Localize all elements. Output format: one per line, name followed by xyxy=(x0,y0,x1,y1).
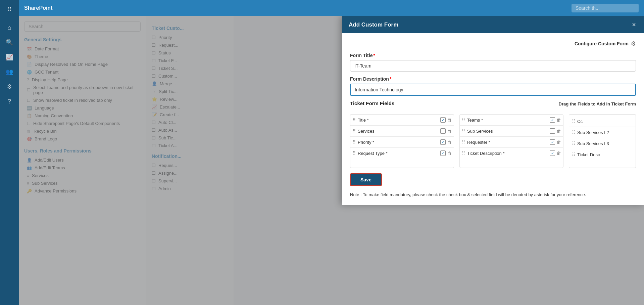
form-description-label: Form Description* xyxy=(350,76,636,82)
field-actions-requester: ✓ 🗑 xyxy=(550,139,561,145)
field-actions-services: 🗑 xyxy=(440,128,452,134)
field-checkbox-ticket-description[interactable]: ✓ xyxy=(550,150,555,156)
field-name-requester: Requester * xyxy=(467,140,548,145)
nav-icon-help[interactable]: ? xyxy=(3,95,16,108)
nav-icon-search[interactable]: 🔍 xyxy=(3,36,16,49)
field-row-request-type: ⠿ Request Type * ✓ 🗑 xyxy=(350,148,454,159)
left-fields-column: ⠿ Title * ✓ 🗑 ⠿ Services xyxy=(350,114,454,168)
required-star2: * xyxy=(390,76,391,82)
top-search-input[interactable] xyxy=(572,4,639,12)
drag-handle-icon[interactable]: ⠿ xyxy=(572,141,575,146)
drag-section-title: Drag the Fields to Add in Ticket Form xyxy=(559,101,636,106)
drag-handle-icon[interactable]: ⠿ xyxy=(572,152,575,157)
modal-dialog: Add Custom Form × Configure Custom Form … xyxy=(342,16,644,205)
field-row-ticket-description: ⠿ Ticket Description * ✓ 🗑 xyxy=(460,148,563,159)
field-row-sub-services: ⠿ Sub Services 🗑 xyxy=(460,126,563,137)
drag-item-label: Sub Services L3 xyxy=(577,141,609,146)
field-checkbox-title[interactable]: ✓ xyxy=(440,117,446,123)
drag-handle-icon[interactable]: ⠿ xyxy=(352,128,356,134)
drag-handle-icon[interactable]: ⠿ xyxy=(352,139,356,145)
field-checkbox-priority[interactable]: ✓ xyxy=(440,139,446,145)
field-checkbox-services[interactable] xyxy=(440,128,446,134)
delete-icon-request-type[interactable]: 🗑 xyxy=(447,150,452,156)
drag-item-label: Cc xyxy=(577,119,583,124)
fields-section-title: Ticket Form Fields xyxy=(350,100,394,106)
field-name-ticket-description: Ticket Description * xyxy=(467,151,548,156)
form-title-input[interactable] xyxy=(350,60,636,72)
modal-body: Configure Custom Form ⚙ Form Title* Form… xyxy=(342,33,644,205)
drag-handle-icon[interactable]: ⠿ xyxy=(462,139,465,145)
drag-zone[interactable]: ⠿ Cc ⠿ Sub Services L2 ⠿ Sub Services L3 xyxy=(569,114,636,168)
drag-handle-icon[interactable]: ⠿ xyxy=(462,150,465,156)
drag-handle-icon[interactable]: ⠿ xyxy=(572,119,575,124)
field-row-services: ⠿ Services 🗑 xyxy=(350,126,454,137)
drag-handle-icon[interactable]: ⠿ xyxy=(572,130,575,135)
field-name-priority: Priority * xyxy=(358,140,438,145)
field-name-request-type: Request Type * xyxy=(358,151,438,156)
drag-item-ticket-desc: ⠿ Ticket Desc xyxy=(569,149,636,160)
configure-row: Configure Custom Form ⚙ xyxy=(350,40,636,47)
field-checkbox-requester[interactable]: ✓ xyxy=(550,139,555,145)
field-name-sub-services: Sub Services xyxy=(467,129,548,134)
field-checkbox-sub-services[interactable] xyxy=(550,128,555,134)
main-area: SharePoint General Settings 📅 Date Forma… xyxy=(19,0,644,305)
save-button[interactable]: Save xyxy=(350,173,382,186)
modal-title: Add Custom Form xyxy=(349,21,398,28)
configure-label: Configure Custom Form xyxy=(575,41,629,46)
field-checkbox-teams[interactable]: ✓ xyxy=(550,117,555,123)
required-star: * xyxy=(373,53,375,58)
modal-header: Add Custom Form × xyxy=(342,16,644,33)
drag-handle-icon[interactable]: ⠿ xyxy=(462,117,465,123)
app-title: SharePoint xyxy=(24,5,52,11)
right-fields-column: ⠿ Teams * ✓ 🗑 ⠿ Sub Services xyxy=(459,114,563,168)
delete-icon-requester[interactable]: 🗑 xyxy=(556,139,561,145)
field-row-priority: ⠿ Priority * ✓ 🗑 xyxy=(350,137,454,148)
field-row-title: ⠿ Title * ✓ 🗑 xyxy=(350,115,454,126)
modal-close-button[interactable]: × xyxy=(631,21,637,29)
form-title-label: Form Title* xyxy=(350,53,636,58)
configure-gear-icon[interactable]: ⚙ xyxy=(631,40,636,47)
note-text: Note : To make field mandatory, please c… xyxy=(350,191,636,198)
drag-handle-icon[interactable]: ⠿ xyxy=(352,117,356,123)
delete-icon-ticket-description[interactable]: 🗑 xyxy=(556,150,561,156)
top-bar: SharePoint xyxy=(19,0,644,16)
delete-icon-sub-services[interactable]: 🗑 xyxy=(556,128,561,134)
delete-icon-title[interactable]: 🗑 xyxy=(447,117,452,123)
nav-icon-settings[interactable]: ⚙ xyxy=(3,80,16,93)
nav-icon-users[interactable]: 👥 xyxy=(3,65,16,79)
field-name-services: Services xyxy=(358,129,438,134)
field-row-teams: ⠿ Teams * ✓ 🗑 xyxy=(460,115,563,126)
drag-item-sub-services-l3: ⠿ Sub Services L3 xyxy=(569,138,636,149)
field-actions-ticket-description: ✓ 🗑 xyxy=(550,150,561,156)
page-content: General Settings 📅 Date Format 🎨 Theme 📄… xyxy=(19,16,644,305)
form-description-input[interactable] xyxy=(350,84,636,96)
drag-item-sub-services-l2: ⠿ Sub Services L2 xyxy=(569,127,636,138)
field-name-teams: Teams * xyxy=(467,118,548,123)
nav-icon-home[interactable]: ⌂ xyxy=(3,21,16,34)
modal-overlay: Add Custom Form × Configure Custom Form … xyxy=(19,16,644,305)
drag-item-cc: ⠿ Cc xyxy=(569,116,636,127)
delete-icon-teams[interactable]: 🗑 xyxy=(556,117,561,123)
field-actions-priority: ✓ 🗑 xyxy=(440,139,452,145)
field-actions-teams: ✓ 🗑 xyxy=(550,117,561,123)
drag-item-label: Ticket Desc xyxy=(577,152,600,157)
field-checkbox-request-type[interactable]: ✓ xyxy=(440,150,446,156)
delete-icon-services[interactable]: 🗑 xyxy=(447,128,452,134)
field-row-requester: ⠿ Requester * ✓ 🗑 xyxy=(460,137,563,148)
nav-icon-analytics[interactable]: 📈 xyxy=(3,50,16,64)
field-actions-request-type: ✓ 🗑 xyxy=(440,150,452,156)
nav-icon-apps[interactable]: ⠿ xyxy=(3,3,16,16)
drag-handle-icon[interactable]: ⠿ xyxy=(462,128,465,134)
nav-bar: ⠿ ⌂ 🔍 📈 👥 ⚙ ? xyxy=(0,0,19,305)
field-actions-title: ✓ 🗑 xyxy=(440,117,452,123)
field-actions-sub-services: 🗑 xyxy=(550,128,561,134)
field-name-title: Title * xyxy=(358,118,438,123)
drag-item-label: Sub Services L2 xyxy=(577,130,609,135)
delete-icon-priority[interactable]: 🗑 xyxy=(447,139,452,145)
drag-handle-icon[interactable]: ⠿ xyxy=(352,150,356,156)
